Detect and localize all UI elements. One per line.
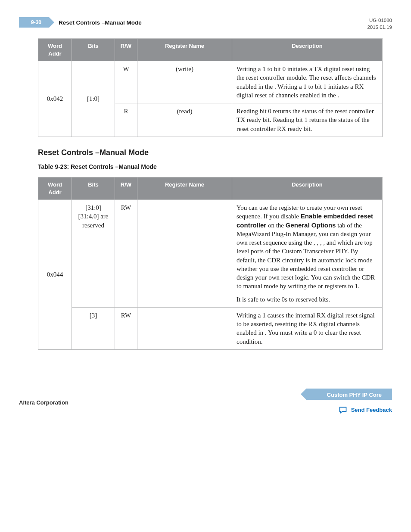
send-feedback-link[interactable]: Send Feedback <box>338 406 392 414</box>
cell-description: You can use the register to create your … <box>232 200 383 308</box>
table-row: [3] RW Writing a 1 causes the internal R… <box>38 307 383 349</box>
cell-reg-name <box>137 307 232 349</box>
col-word-addr: Word Addr <box>38 39 72 61</box>
section-heading: Reset Controls –Manual Mode <box>38 147 392 158</box>
desc-bold: General Options <box>286 221 336 229</box>
table-caption: Table 9-23: Reset Controls –Manual Mode <box>38 163 392 171</box>
col-rw: R/W <box>115 177 137 200</box>
doc-id: UG-01080 <box>367 17 392 24</box>
col-description: Description <box>232 39 383 61</box>
doc-date: 2015.01.19 <box>367 24 392 31</box>
desc-safe-note: It is safe to write 0s to reserved bits. <box>237 295 378 304</box>
corporation-name: Altera Corporation <box>19 399 68 407</box>
cell-reg-name <box>137 200 232 308</box>
page-header: 9-30 Reset Controls –Manual Mode UG-0108… <box>19 17 392 31</box>
col-bits: Bits <box>72 39 115 61</box>
cell-reg-name: (write) <box>137 61 232 103</box>
register-table-2: Word Addr Bits R/W Register Name Descrip… <box>38 177 383 350</box>
page-footer: Altera Corporation Custom PHY IP Core Se… <box>19 389 392 417</box>
col-description: Description <box>232 177 383 200</box>
table-row: 0x042 [1:0] W (write) Writing a 1 to bit… <box>38 61 383 103</box>
feedback-label: Send Feedback <box>351 406 392 414</box>
cell-rw: R <box>115 103 137 137</box>
cell-rw: W <box>115 61 137 103</box>
register-table-1: Word Addr Bits R/W Register Name Descrip… <box>38 38 383 137</box>
col-bits: Bits <box>72 177 115 200</box>
cell-rw: RW <box>115 307 137 349</box>
cell-description: Reading bit 0 returns the status of the … <box>232 103 383 137</box>
col-register-name: Register Name <box>137 177 232 200</box>
table-row: 0x044 [31:0] [31:4,0] are reserved RW Yo… <box>38 200 383 308</box>
col-rw: R/W <box>115 39 137 61</box>
doc-meta: UG-01080 2015.01.19 <box>367 17 392 31</box>
col-register-name: Register Name <box>137 39 232 61</box>
header-section-title: Reset Controls –Manual Mode <box>59 17 142 27</box>
cell-bits: [31:0] [31:4,0] are reserved <box>72 200 115 308</box>
cell-bits: [3] <box>72 307 115 349</box>
cell-reg-name: (read) <box>137 103 232 137</box>
cell-word-addr: 0x042 <box>38 61 72 137</box>
footer-core-tab: Custom PHY IP Core <box>306 389 392 400</box>
cell-description: Writing a 1 causes the internal RX digit… <box>232 307 383 349</box>
page-number-tab: 9-30 <box>19 17 49 28</box>
desc-text: tab of the MegaWizard Plug-In Manager, y… <box>237 222 375 290</box>
feedback-icon <box>338 406 348 414</box>
desc-text: You can use the <box>237 204 277 211</box>
cell-rw: RW <box>115 200 137 308</box>
cell-word-addr: 0x044 <box>38 200 72 350</box>
cell-bits: [1:0] <box>72 61 115 137</box>
cell-description: Writing a 1 to bit 0 initiates a TX digi… <box>232 61 383 103</box>
col-word-addr: Word Addr <box>38 177 72 200</box>
desc-text: on the <box>266 222 286 229</box>
